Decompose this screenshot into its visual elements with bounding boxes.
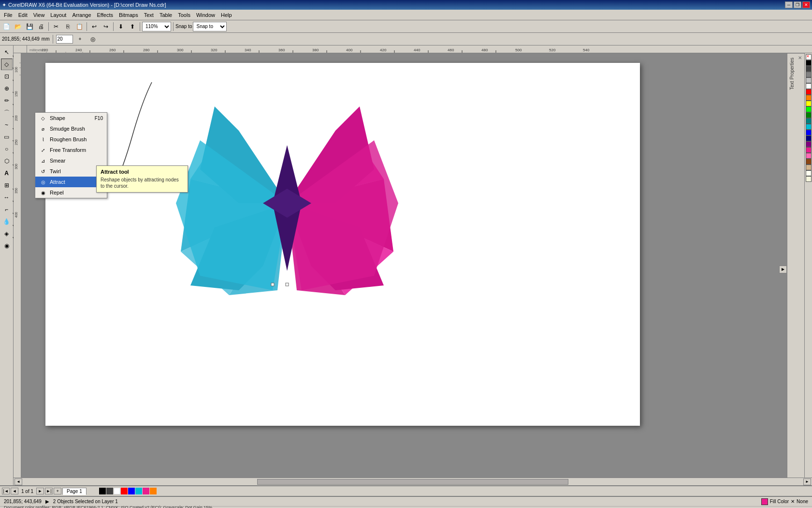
scroll-left-btn[interactable]: ◄ bbox=[14, 478, 22, 485]
zoom-tool-btn[interactable]: ⊕▾ bbox=[1, 83, 13, 94]
status-message: 2 Objects Selected on Layer 1 bbox=[53, 499, 757, 504]
strip-white[interactable] bbox=[114, 488, 120, 494]
menu-text[interactable]: Text bbox=[141, 10, 157, 20]
last-page-btn[interactable]: ►| bbox=[45, 488, 53, 494]
nib-shape-btn[interactable]: ◎ bbox=[87, 34, 98, 45]
color-swatch-orange[interactable] bbox=[806, 95, 812, 101]
strip-cyan[interactable] bbox=[135, 488, 142, 494]
color-swatch-transparent[interactable]: ✕ bbox=[806, 54, 812, 60]
svg-text:520: 520 bbox=[549, 48, 556, 52]
polygon-tool-btn[interactable]: ⬡▾ bbox=[1, 155, 13, 167]
page-1-tab[interactable]: Page 1 bbox=[62, 488, 87, 495]
menu-tools[interactable]: Tools bbox=[175, 10, 193, 20]
strip-orange[interactable] bbox=[150, 488, 157, 494]
add-page-btn[interactable]: + bbox=[54, 488, 61, 494]
menu-view[interactable]: View bbox=[30, 10, 48, 20]
menu-layout[interactable]: Layout bbox=[47, 10, 69, 20]
color-swatch-teal[interactable] bbox=[806, 118, 812, 124]
color-swatch-lime[interactable] bbox=[806, 106, 812, 112]
prev-page-btn[interactable]: ◄ bbox=[11, 488, 18, 494]
menu-arrange[interactable]: Arrange bbox=[69, 10, 94, 20]
scrollbar-thumb[interactable] bbox=[257, 479, 569, 485]
separator4 bbox=[140, 22, 140, 31]
snap-selector[interactable]: Snap to bbox=[193, 22, 227, 31]
dimension-tool-btn[interactable]: ↔▾ bbox=[1, 192, 13, 203]
export-button[interactable]: ⬆ bbox=[127, 21, 138, 32]
color-swatch-brown[interactable] bbox=[806, 159, 812, 164]
color-swatch-gray[interactable] bbox=[806, 72, 812, 77]
color-swatch-black[interactable] bbox=[806, 60, 812, 66]
menu-table[interactable]: Table bbox=[157, 10, 175, 20]
strip-red[interactable] bbox=[121, 488, 128, 494]
menu-help[interactable]: Help bbox=[218, 10, 235, 20]
color-swatch-ivory[interactable] bbox=[806, 170, 812, 176]
color-swatch-tan[interactable] bbox=[806, 164, 812, 170]
table-tool-btn[interactable]: ⊞▾ bbox=[1, 179, 13, 191]
free-transform-menu-item[interactable]: ⤢ Free Transform bbox=[35, 145, 107, 155]
scroll-right-btn[interactable]: ▶ bbox=[779, 266, 787, 273]
zoom-selector[interactable]: 110% 100% 75% bbox=[142, 22, 171, 31]
print-button[interactable]: 🖨 bbox=[36, 21, 46, 32]
shape-menu-item[interactable]: ◇ Shape F10 bbox=[35, 113, 107, 123]
save-button[interactable]: 💾 bbox=[24, 21, 35, 32]
color-palette: ✕ bbox=[804, 53, 812, 478]
color-swatch-pink[interactable] bbox=[806, 153, 812, 159]
strip-black[interactable] bbox=[99, 488, 106, 494]
smart-fill-btn[interactable]: ◉ bbox=[1, 240, 13, 252]
smudge-menu-item[interactable]: ⌀ Smudge Brush bbox=[35, 123, 107, 134]
color-swatch-magenta[interactable] bbox=[806, 147, 812, 153]
fill-tool-btn[interactable]: ◈▾ bbox=[1, 228, 13, 239]
import-button[interactable]: ⬇ bbox=[116, 21, 126, 32]
color-swatch-lightgray[interactable] bbox=[806, 77, 812, 83]
redo-button[interactable]: ↪ bbox=[101, 21, 111, 32]
ellipse-tool-btn[interactable]: ○▾ bbox=[1, 143, 13, 155]
select-tool-btn[interactable]: ↖▾ bbox=[1, 46, 13, 58]
copy-button[interactable]: ⎘ bbox=[62, 21, 73, 32]
scroll-right-btn2[interactable]: ► bbox=[803, 478, 811, 485]
text-props-close-btn[interactable]: ✕ bbox=[797, 54, 803, 61]
color-swatch-yellow[interactable] bbox=[806, 101, 812, 106]
text-tool-btn[interactable]: A bbox=[1, 167, 13, 179]
color-swatch-navy[interactable] bbox=[806, 135, 812, 141]
color-swatch-darkgray[interactable] bbox=[806, 66, 812, 72]
snap-label: Snap to bbox=[175, 24, 192, 29]
eyedropper-btn[interactable]: 💧▾ bbox=[1, 216, 13, 227]
new-button[interactable]: 📄 bbox=[1, 21, 12, 32]
nib-size-input[interactable] bbox=[56, 35, 73, 44]
menu-bitmaps[interactable]: Bitmaps bbox=[116, 10, 141, 20]
artistic-media-btn[interactable]: ~▾ bbox=[1, 119, 13, 131]
smart-tool-btn[interactable]: ⌒▾ bbox=[1, 107, 13, 119]
restore-button[interactable]: ❐ bbox=[794, 1, 801, 8]
next-page-btn[interactable]: ► bbox=[36, 488, 44, 494]
color-swatch-red[interactable] bbox=[806, 89, 812, 95]
roughen-menu-item[interactable]: ⌇ Roughen Brush bbox=[35, 134, 107, 145]
color-swatch-green[interactable] bbox=[806, 112, 812, 118]
color-swatch-beige[interactable] bbox=[806, 176, 812, 182]
menu-edit[interactable]: Edit bbox=[15, 10, 30, 20]
color-swatch-white[interactable] bbox=[806, 83, 812, 89]
fill-indicator bbox=[761, 498, 768, 505]
freehand-tool-btn[interactable]: ✏▾ bbox=[1, 95, 13, 106]
menu-effects[interactable]: Effects bbox=[94, 10, 116, 20]
menu-file[interactable]: File bbox=[1, 10, 15, 20]
open-button[interactable]: 📂 bbox=[13, 21, 23, 32]
smear-menu-item[interactable]: ⊿ Smear bbox=[35, 155, 107, 166]
rectangle-tool-btn[interactable]: ▭▾ bbox=[1, 131, 13, 143]
cut-button[interactable]: ✂ bbox=[51, 21, 61, 32]
shape-tool-btn[interactable]: ◇▾ bbox=[1, 59, 13, 70]
paste-button[interactable]: 📋 bbox=[74, 21, 85, 32]
menu-window[interactable]: Window bbox=[193, 10, 218, 20]
strip-magenta[interactable] bbox=[143, 488, 149, 494]
strip-dark[interactable] bbox=[106, 488, 113, 494]
color-swatch-cyan[interactable] bbox=[806, 124, 812, 130]
color-swatch-blue[interactable] bbox=[806, 130, 812, 135]
color-swatch-purple[interactable] bbox=[806, 141, 812, 147]
connector-tool-btn[interactable]: ⌐▾ bbox=[1, 204, 13, 215]
crop-tool-btn[interactable]: ⊡▾ bbox=[1, 71, 13, 82]
minimize-button[interactable]: ─ bbox=[785, 1, 793, 8]
close-button[interactable]: ✕ bbox=[802, 1, 810, 8]
strip-blue[interactable] bbox=[128, 488, 135, 494]
add-nib-btn[interactable]: + bbox=[75, 34, 86, 45]
undo-button[interactable]: ↩ bbox=[89, 21, 100, 32]
first-page-btn[interactable]: |◄ bbox=[2, 488, 10, 494]
